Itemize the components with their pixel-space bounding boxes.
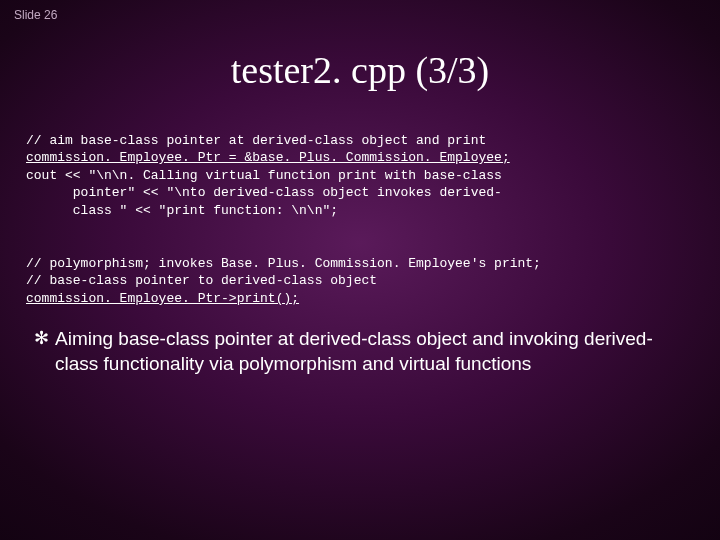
code-line: // polymorphism; invokes Base. Plus. Com… [26, 256, 541, 271]
code-line: // base-class pointer to derived-class o… [26, 273, 377, 288]
code-line: class " << "print function: \n\n"; [26, 203, 338, 218]
code-line: cout << "\n\n. Calling virtual function … [26, 168, 502, 183]
slide-title: tester2. cpp (3/3) [0, 48, 720, 92]
code-block-1: // aim base-class pointer at derived-cla… [26, 114, 694, 219]
code-line: // aim base-class pointer at derived-cla… [26, 133, 486, 148]
code-line: commission. Employee. Ptr->print(); [26, 291, 299, 306]
code-line: commission. Employee. Ptr = &base. Plus.… [26, 150, 510, 165]
asterisk-icon: ✻ [34, 327, 49, 350]
slide-number: Slide 26 [14, 8, 57, 22]
bullet-text: Aiming base-class pointer at derived-cla… [55, 327, 686, 376]
code-line: pointer" << "\nto derived-class object i… [26, 185, 502, 200]
code-block-2: // polymorphism; invokes Base. Plus. Com… [26, 237, 694, 307]
bullet-item: ✻ Aiming base-class pointer at derived-c… [34, 327, 686, 376]
